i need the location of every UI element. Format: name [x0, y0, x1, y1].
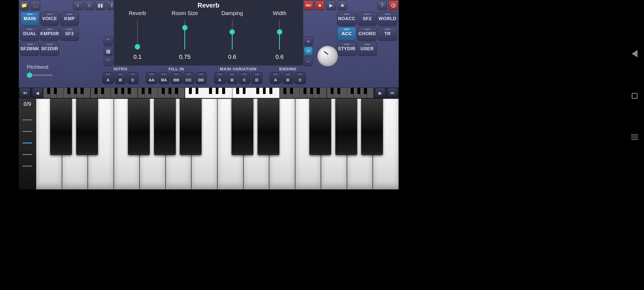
section-button-dd[interactable]: DD [195, 72, 207, 84]
pitchbend-slider[interactable] [27, 74, 53, 76]
play-button[interactable]: ▶ [326, 1, 336, 10]
minus-icon[interactable]: － [304, 57, 313, 66]
mode-button-sf2dir[interactable]: SF2DIR [40, 42, 59, 56]
android-recents-icon[interactable] [631, 135, 638, 140]
black-key[interactable] [335, 98, 357, 155]
globe-headphones-icon[interactable]: 🎧 [31, 1, 40, 10]
volume-knob[interactable] [317, 46, 338, 67]
level-indicator[interactable] [23, 131, 32, 132]
section-button-b[interactable]: B [226, 72, 238, 84]
slider-track[interactable] [232, 20, 233, 50]
power-button[interactable]: ⏻ [389, 1, 398, 10]
android-nav-bar [625, 0, 644, 190]
black-key[interactable] [258, 98, 279, 155]
stop-button[interactable]: ■ [338, 1, 347, 10]
octave-sidebar: 0/9 [19, 98, 36, 190]
mode-button-dual[interactable]: DUAL [20, 27, 39, 41]
black-key[interactable] [76, 98, 98, 155]
section-title: FILL IN [146, 67, 207, 71]
mode-button-world[interactable]: WORLD [378, 12, 397, 26]
slider-track[interactable] [137, 20, 138, 50]
mode-button-noacc[interactable]: NOACC [337, 12, 356, 26]
android-home-icon[interactable] [632, 93, 638, 99]
folder-down-icon[interactable]: 📁 [19, 1, 29, 10]
plus-icon[interactable]: ＋ [304, 37, 313, 46]
section-button-c[interactable]: C [127, 72, 138, 84]
black-key[interactable] [232, 98, 253, 155]
right-mode-grid: NOACCSF2WORLDACCCHORDTRSTYDIRUSER [337, 12, 397, 56]
section-button-aa[interactable]: AA [146, 72, 157, 84]
pitchbend-thumb[interactable] [27, 73, 32, 78]
section-button-d[interactable]: D [251, 72, 262, 84]
mode-button-tr[interactable]: TR [378, 27, 397, 41]
bars-icon[interactable]: ▮▮ [96, 1, 105, 10]
style-sections: INTROABCFILL INAABABBCCDDMAIN VARIATIONA… [103, 67, 340, 84]
mode-button-sf2[interactable]: SF2 [357, 12, 377, 26]
slider-thumb[interactable] [229, 29, 235, 35]
mode-button-main[interactable]: MAIN [20, 12, 39, 26]
section-button-cc[interactable]: CC [183, 72, 194, 84]
mode-button-user[interactable]: USER [357, 42, 377, 56]
mode-button-kmp[interactable]: KMP [60, 12, 79, 26]
bluetooth-icon[interactable]: ᚼ [73, 1, 83, 10]
refresh-icon[interactable]: ⟳ [304, 47, 313, 56]
mini-next-button[interactable]: ▶ [375, 88, 386, 98]
chevron-up-icon[interactable]: ˄ [104, 37, 113, 46]
mini-prev-button[interactable]: ◀ [32, 88, 43, 98]
toolbar-left-group: 📁 🎧 ᚼ ♫ ▮▮ ⇪ [19, 1, 116, 10]
level-indicator[interactable] [23, 154, 32, 155]
black-key[interactable] [154, 98, 176, 155]
section-button-ba[interactable]: BA [158, 72, 170, 84]
mini-keyboard[interactable] [43, 88, 374, 98]
panel-nav-right: ＋ ⟳ － [304, 37, 313, 66]
android-back-icon[interactable] [632, 50, 638, 57]
level-indicator[interactable] [23, 119, 32, 120]
app-root: 📁 🎧 ᚼ ♫ ▮▮ ⇪ REC ■ ▶ ■ ? ⏻ MAINVOICEKMPD… [19, 0, 399, 190]
grid-icon[interactable]: ▦ [104, 47, 113, 56]
slider-thumb[interactable] [135, 44, 140, 49]
record-button[interactable]: REC [304, 1, 313, 10]
section-button-a[interactable]: A [270, 72, 281, 84]
section-button-b[interactable]: B [282, 72, 294, 84]
mode-button-sf2[interactable]: SF2 [60, 27, 79, 41]
stop-record-button[interactable]: ■ [315, 1, 325, 10]
slider-track[interactable] [184, 20, 185, 50]
black-key[interactable] [180, 98, 202, 155]
level-indicator[interactable] [23, 143, 32, 143]
mini-prev-fast-button[interactable]: ⏮ [20, 88, 30, 98]
section-ending: ENDINGABC [270, 67, 306, 84]
slider-thumb[interactable] [182, 25, 188, 30]
mode-button-chord[interactable]: CHORD [357, 27, 377, 41]
mode-button-kmpdir[interactable]: KMPDIR [40, 27, 59, 41]
music-note-icon[interactable]: ♫ [84, 1, 94, 10]
mode-button-stydir[interactable]: STYDIR [337, 42, 356, 56]
section-button-a[interactable]: A [103, 72, 114, 84]
help-button[interactable]: ? [377, 1, 387, 10]
section-button-c[interactable]: C [295, 72, 306, 84]
slider-value: 0.1 [133, 53, 142, 60]
mode-button-acc[interactable]: ACC [337, 27, 356, 41]
black-key[interactable] [309, 98, 331, 155]
section-button-a[interactable]: A [214, 72, 225, 84]
mini-next-fast-button[interactable]: ⏭ [387, 88, 398, 98]
piano-keyboard[interactable] [36, 98, 399, 190]
section-button-c[interactable]: C [239, 72, 250, 84]
left-mode-grid: MAINVOICEKMPDUALKMPDIRSF2SF2BNKSF2DIR [20, 12, 79, 56]
pitchbend-label: Pitchbend [27, 64, 75, 70]
level-indicator[interactable] [23, 166, 32, 166]
mode-button-voice[interactable]: VOICE [40, 12, 59, 26]
black-key[interactable] [361, 98, 383, 155]
section-main-variation: MAIN VARIATIONABCD [214, 67, 262, 84]
section-button-b[interactable]: B [115, 72, 126, 84]
slider-thumb[interactable] [277, 29, 282, 35]
section-title: ENDING [270, 67, 306, 71]
slider-track[interactable] [279, 20, 280, 50]
section-button-bb[interactable]: BB [171, 72, 182, 84]
keyboard-area: 0/9 [19, 98, 399, 190]
black-key[interactable] [50, 98, 72, 155]
chevron-down-icon[interactable]: ˅ [104, 57, 113, 66]
mode-button-sf2bnk[interactable]: SF2BNK [20, 42, 39, 56]
slider-value: 0.6 [228, 53, 236, 60]
reverb-panel: Reverb Reverb0.1Room Size0.75Damping0.6W… [114, 0, 303, 66]
black-key[interactable] [128, 98, 150, 155]
